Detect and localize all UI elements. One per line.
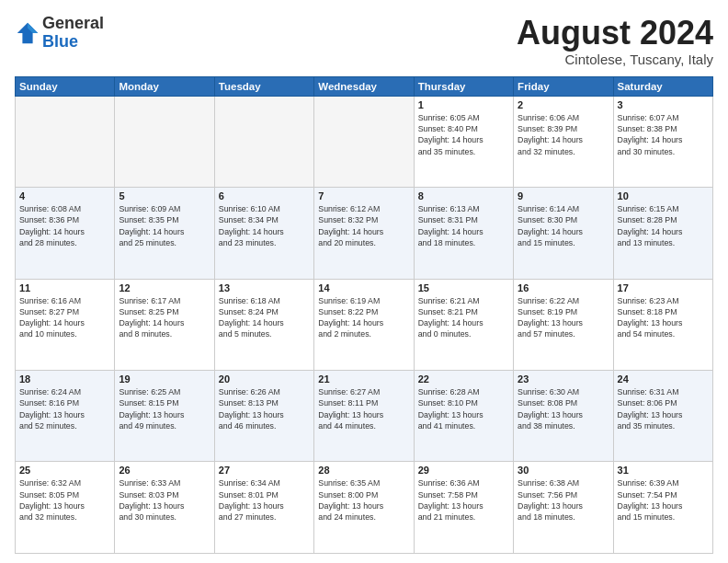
table-row: 11Sunrise: 6:16 AM Sunset: 8:27 PM Dayli… [16,279,115,370]
col-friday: Friday [514,76,613,96]
day-number: 18 [19,373,110,385]
day-number: 19 [119,373,210,385]
col-tuesday: Tuesday [214,76,313,96]
day-info: Sunrise: 6:31 AM Sunset: 8:06 PM Dayligh… [618,386,709,431]
table-row: 13Sunrise: 6:18 AM Sunset: 8:24 PM Dayli… [214,279,313,370]
table-row: 12Sunrise: 6:17 AM Sunset: 8:25 PM Dayli… [115,279,214,370]
col-monday: Monday [115,76,214,96]
table-row: 26Sunrise: 6:33 AM Sunset: 8:03 PM Dayli… [115,462,214,554]
calendar-header-row: Sunday Monday Tuesday Wednesday Thursday… [16,76,713,96]
day-number: 3 [618,99,709,110]
day-info: Sunrise: 6:15 AM Sunset: 8:28 PM Dayligh… [618,203,709,248]
day-info: Sunrise: 6:08 AM Sunset: 8:36 PM Dayligh… [19,203,110,248]
day-info: Sunrise: 6:39 AM Sunset: 7:54 PM Dayligh… [618,477,709,523]
day-number: 22 [418,373,509,385]
day-number: 31 [618,465,709,476]
day-number: 21 [318,373,409,385]
table-row: 24Sunrise: 6:31 AM Sunset: 8:06 PM Dayli… [613,371,712,462]
table-row: 18Sunrise: 6:24 AM Sunset: 8:16 PM Dayli… [16,371,115,462]
day-info: Sunrise: 6:26 AM Sunset: 8:13 PM Dayligh… [219,386,310,431]
day-number: 7 [318,190,409,201]
table-row: 22Sunrise: 6:28 AM Sunset: 8:10 PM Dayli… [414,371,513,462]
table-row: 31Sunrise: 6:39 AM Sunset: 7:54 PM Dayli… [613,462,712,554]
logo-icon [15,20,40,46]
day-number: 23 [518,373,609,385]
table-row: 20Sunrise: 6:26 AM Sunset: 8:13 PM Dayli… [214,371,313,462]
day-number: 12 [119,282,210,293]
day-info: Sunrise: 6:09 AM Sunset: 8:35 PM Dayligh… [119,203,210,248]
day-info: Sunrise: 6:33 AM Sunset: 8:03 PM Dayligh… [119,477,210,523]
table-row: 19Sunrise: 6:25 AM Sunset: 8:15 PM Dayli… [115,371,214,462]
page: General Blue August 2024 Cintolese, Tusc… [0,0,728,563]
day-info: Sunrise: 6:36 AM Sunset: 7:58 PM Dayligh… [418,477,509,523]
table-row: 21Sunrise: 6:27 AM Sunset: 8:11 PM Dayli… [314,371,414,462]
day-number: 28 [318,465,409,476]
day-info: Sunrise: 6:23 AM Sunset: 8:18 PM Dayligh… [618,295,709,340]
day-info: Sunrise: 6:25 AM Sunset: 8:15 PM Dayligh… [119,386,210,431]
table-row: 1Sunrise: 6:05 AM Sunset: 8:40 PM Daylig… [414,96,513,187]
day-number: 13 [219,282,310,293]
table-row: 6Sunrise: 6:10 AM Sunset: 8:34 PM Daylig… [214,188,313,279]
day-info: Sunrise: 6:06 AM Sunset: 8:39 PM Dayligh… [518,112,609,157]
day-info: Sunrise: 6:28 AM Sunset: 8:10 PM Dayligh… [418,386,509,431]
table-row: 15Sunrise: 6:21 AM Sunset: 8:21 PM Dayli… [414,279,513,370]
day-info: Sunrise: 6:27 AM Sunset: 8:11 PM Dayligh… [318,386,409,431]
day-number: 11 [19,282,110,293]
logo-general: General [42,15,104,33]
table-row: 7Sunrise: 6:12 AM Sunset: 8:32 PM Daylig… [314,188,414,279]
table-row: 30Sunrise: 6:38 AM Sunset: 7:56 PM Dayli… [514,462,613,554]
table-row [214,96,313,187]
day-number: 6 [219,190,310,201]
day-number: 1 [418,99,509,110]
day-info: Sunrise: 6:13 AM Sunset: 8:31 PM Dayligh… [418,203,509,248]
logo-text: General Blue [42,15,104,52]
day-number: 20 [219,373,310,385]
calendar-table: Sunday Monday Tuesday Wednesday Thursday… [15,76,713,554]
col-thursday: Thursday [414,76,513,96]
table-row: 3Sunrise: 6:07 AM Sunset: 8:38 PM Daylig… [613,96,712,187]
day-number: 15 [418,282,509,293]
day-number: 5 [119,190,210,201]
day-info: Sunrise: 6:34 AM Sunset: 8:01 PM Dayligh… [219,477,310,523]
day-info: Sunrise: 6:10 AM Sunset: 8:34 PM Dayligh… [219,203,310,248]
day-number: 30 [518,465,609,476]
logo: General Blue [15,15,104,52]
subtitle: Cintolese, Tuscany, Italy [517,52,713,67]
table-row: 17Sunrise: 6:23 AM Sunset: 8:18 PM Dayli… [613,279,712,370]
day-number: 2 [518,99,609,110]
day-info: Sunrise: 6:24 AM Sunset: 8:16 PM Dayligh… [19,386,110,431]
col-saturday: Saturday [613,76,712,96]
day-info: Sunrise: 6:16 AM Sunset: 8:27 PM Dayligh… [19,295,110,340]
day-number: 25 [19,465,110,476]
day-info: Sunrise: 6:14 AM Sunset: 8:30 PM Dayligh… [518,203,609,248]
day-info: Sunrise: 6:21 AM Sunset: 8:21 PM Dayligh… [418,295,509,340]
day-info: Sunrise: 6:32 AM Sunset: 8:05 PM Dayligh… [19,477,110,523]
title-block: August 2024 Cintolese, Tuscany, Italy [517,15,713,67]
day-info: Sunrise: 6:18 AM Sunset: 8:24 PM Dayligh… [219,295,310,340]
table-row: 9Sunrise: 6:14 AM Sunset: 8:30 PM Daylig… [514,188,613,279]
table-row: 23Sunrise: 6:30 AM Sunset: 8:08 PM Dayli… [514,371,613,462]
day-number: 26 [119,465,210,476]
day-info: Sunrise: 6:30 AM Sunset: 8:08 PM Dayligh… [518,386,609,431]
day-number: 17 [618,282,709,293]
table-row: 25Sunrise: 6:32 AM Sunset: 8:05 PM Dayli… [16,462,115,554]
day-info: Sunrise: 6:19 AM Sunset: 8:22 PM Dayligh… [318,295,409,340]
day-number: 16 [518,282,609,293]
day-number: 29 [418,465,509,476]
day-number: 4 [19,190,110,201]
table-row: 14Sunrise: 6:19 AM Sunset: 8:22 PM Dayli… [314,279,414,370]
table-row [16,96,115,187]
header: General Blue August 2024 Cintolese, Tusc… [15,15,713,67]
day-number: 27 [219,465,310,476]
day-number: 9 [518,190,609,201]
table-row [314,96,414,187]
table-row: 8Sunrise: 6:13 AM Sunset: 8:31 PM Daylig… [414,188,513,279]
table-row [115,96,214,187]
col-sunday: Sunday [16,76,115,96]
table-row: 28Sunrise: 6:35 AM Sunset: 8:00 PM Dayli… [314,462,414,554]
day-number: 8 [418,190,509,201]
day-info: Sunrise: 6:12 AM Sunset: 8:32 PM Dayligh… [318,203,409,248]
table-row: 27Sunrise: 6:34 AM Sunset: 8:01 PM Dayli… [214,462,313,554]
month-title: August 2024 [517,15,713,52]
logo-blue: Blue [42,33,104,52]
